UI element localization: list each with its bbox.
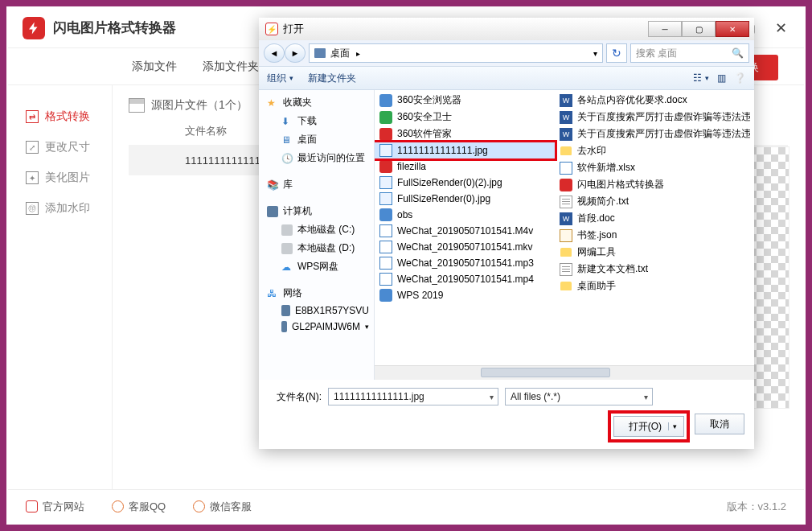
new-folder-button[interactable]: 新建文件夹 [308, 72, 356, 85]
dialog-close-button[interactable]: ✕ [716, 21, 749, 37]
nav-forward-button[interactable]: ► [285, 43, 306, 63]
file-item[interactable]: W关于百度搜索严厉打击虚假诈骗等违法违 [555, 109, 754, 126]
app-title: 闪电图片格式转换器 [53, 19, 176, 37]
file-item[interactable]: 360软件管家 [375, 126, 555, 142]
dialog-body: ★收藏夹 ⬇下载 🖥桌面 🕓最近访问的位置 📚库 计算机 本地磁盘 (C:) 本… [259, 90, 754, 380]
wechat-support-link[interactable]: 微信客服 [193, 500, 252, 514]
dialog-title: 打开 [283, 22, 304, 36]
sidebar-format-convert[interactable]: ⇄格式转换 [8, 101, 112, 132]
file-item[interactable]: 网编工具 [555, 244, 754, 261]
search-icon: 🔍 [732, 47, 744, 59]
nav-tree: ★收藏夹 ⬇下载 🖥桌面 🕓最近访问的位置 📚库 计算机 本地磁盘 (C:) 本… [259, 90, 375, 380]
view-mode-button[interactable]: ☷ ▾ [693, 72, 709, 84]
file-item[interactable]: 软件新增.xlsx [555, 159, 754, 176]
tree-net1[interactable]: E8BX1R57YSVU [260, 303, 372, 319]
add-folder-button[interactable]: 添加文件夹 [203, 60, 259, 74]
star-icon: ★ [267, 97, 278, 109]
file-item[interactable]: 书签.json [555, 227, 754, 244]
sidebar-resize[interactable]: ⤢更改尺寸 [8, 132, 112, 163]
dialog-titlebar: 打开 ─ ▢ ✕ [259, 18, 754, 40]
horizontal-scrollbar[interactable] [375, 365, 754, 380]
cloud-icon: ☁ [281, 261, 293, 273]
desktop-icon [314, 48, 326, 58]
image-icon [129, 98, 145, 113]
file-item[interactable]: 新建文本文档.txt [555, 261, 754, 278]
site-icon [26, 500, 38, 512]
dialog-address-bar: ◄ ► 桌面 ▸ ▾ ↻ 搜索 桌面 🔍 [259, 40, 754, 66]
file-item[interactable]: 视频简介.txt [555, 193, 754, 210]
file-item[interactable]: WeChat_20190507101541.mp4 [375, 271, 555, 287]
tree-wps-cloud[interactable]: ☁WPS网盘 [260, 257, 372, 276]
sidebar-beautify[interactable]: ✦美化图片 [8, 163, 112, 193]
help-button[interactable]: ❔ [734, 72, 746, 84]
open-button[interactable]: 打开(O)▾ [613, 416, 684, 437]
dialog-toolbar: 组织▾ 新建文件夹 ☷ ▾ ▥ ❔ [259, 66, 754, 90]
file-item[interactable]: 闪电图片格式转换器 [555, 176, 754, 193]
tree-libraries[interactable]: 📚库 [260, 175, 372, 194]
search-field[interactable]: 搜索 桌面 🔍 [630, 43, 749, 63]
add-file-button[interactable]: 添加文件 [132, 60, 177, 74]
tree-drive-d[interactable]: 本地磁盘 (D:) [260, 239, 372, 257]
dialog-minimize-button[interactable]: ─ [648, 21, 682, 37]
tree-network[interactable]: 🖧网络 [260, 284, 372, 303]
tree-desktop[interactable]: 🖥桌面 [260, 130, 372, 149]
drive-icon [281, 224, 293, 236]
file-item[interactable]: W各站点内容优化要求.docx [555, 92, 754, 109]
tree-drive-c[interactable]: 本地磁盘 (C:) [260, 220, 372, 239]
sidebar-watermark[interactable]: ㊞添加水印 [8, 193, 112, 224]
filename-label: 文件名(N): [277, 390, 322, 404]
file-item[interactable]: FullSizeRender(0)(2).jpg [375, 175, 555, 191]
close-button[interactable]: ✕ [772, 19, 789, 37]
file-item[interactable]: filezilla [375, 158, 555, 175]
file-item[interactable]: 360安全浏览器 [375, 92, 555, 109]
file-item[interactable]: WPS 2019 [375, 287, 555, 303]
file-list: 360安全浏览器360安全卫士360软件管家11111111111111.jpg… [375, 90, 754, 365]
chevron-right-icon: ▸ [356, 49, 360, 58]
tree-favorites[interactable]: ★收藏夹 [260, 93, 372, 112]
format-convert-icon: ⇄ [26, 110, 39, 123]
file-item[interactable]: WeChat_20190507101541.mkv [375, 239, 555, 255]
file-item[interactable]: 桌面助手 [555, 278, 754, 294]
file-item[interactable]: obs [375, 207, 555, 223]
dialog-maximize-button[interactable]: ▢ [682, 21, 716, 37]
official-site-link[interactable]: 官方网站 [26, 500, 84, 514]
nav-back-button[interactable]: ◄ [264, 43, 285, 63]
file-item[interactable]: WeChat_20190507101541.mp3 [375, 255, 555, 271]
file-item[interactable]: FullSizeRender(0).jpg [375, 191, 555, 207]
open-button-highlight: 打开(O)▾ [611, 414, 687, 439]
file-column-2: W各站点内容优化要求.docxW关于百度搜索严厉打击虚假诈骗等违法违W关于百度搜… [555, 90, 754, 365]
recent-icon: 🕓 [281, 153, 293, 164]
library-icon: 📚 [267, 179, 278, 191]
cancel-button[interactable]: 取消 [695, 414, 744, 434]
open-file-dialog: 打开 ─ ▢ ✕ ◄ ► 桌面 ▸ ▾ ↻ 搜索 桌面 🔍 组织▾ 新建文件夹 … [259, 18, 754, 449]
preview-pane-button[interactable]: ▥ [717, 72, 726, 84]
filter-combo[interactable]: All files (*.*) [505, 388, 653, 405]
file-item[interactable]: WeChat_20190507101541.M4v [375, 223, 555, 239]
file-item[interactable]: 11111111111111.jpg [375, 142, 555, 158]
dialog-bottom: 文件名(N): 11111111111111.jpg All files (*.… [259, 380, 754, 449]
file-item[interactable]: 去水印 [555, 142, 754, 159]
path-field[interactable]: 桌面 ▸ ▾ [309, 43, 603, 63]
chevron-down-icon[interactable]: ▾ [593, 49, 597, 58]
file-item[interactable]: 360安全卫士 [375, 109, 555, 126]
tree-recent[interactable]: 🕓最近访问的位置 [260, 149, 372, 167]
main-sidebar: ⇄格式转换⤢更改尺寸✦美化图片㊞添加水印 [8, 85, 113, 489]
filename-combo[interactable]: 11111111111111.jpg [328, 388, 498, 405]
desktop-icon: 🖥 [281, 134, 293, 146]
app-logo-icon [23, 17, 45, 39]
dialog-app-icon [265, 23, 278, 35]
qq-support-link[interactable]: 客服QQ [112, 500, 166, 514]
organize-menu[interactable]: 组织▾ [267, 72, 293, 85]
qq-icon [112, 500, 124, 512]
tree-net2[interactable]: GL2PAIMJW6M▾ [260, 319, 372, 335]
wechat-icon [193, 500, 205, 512]
refresh-button[interactable]: ↻ [606, 43, 627, 63]
file-item[interactable]: W首段.doc [555, 210, 754, 227]
file-column-1: 360安全浏览器360安全卫士360软件管家11111111111111.jpg… [375, 90, 555, 365]
file-item[interactable]: W关于百度搜索严厉打击虚假诈骗等违法违 [555, 126, 754, 142]
tree-downloads[interactable]: ⬇下载 [260, 112, 372, 130]
drive-icon [281, 243, 293, 254]
resize-icon: ⤢ [26, 141, 39, 154]
tree-computer[interactable]: 计算机 [260, 202, 372, 220]
pc-icon [281, 305, 290, 316]
